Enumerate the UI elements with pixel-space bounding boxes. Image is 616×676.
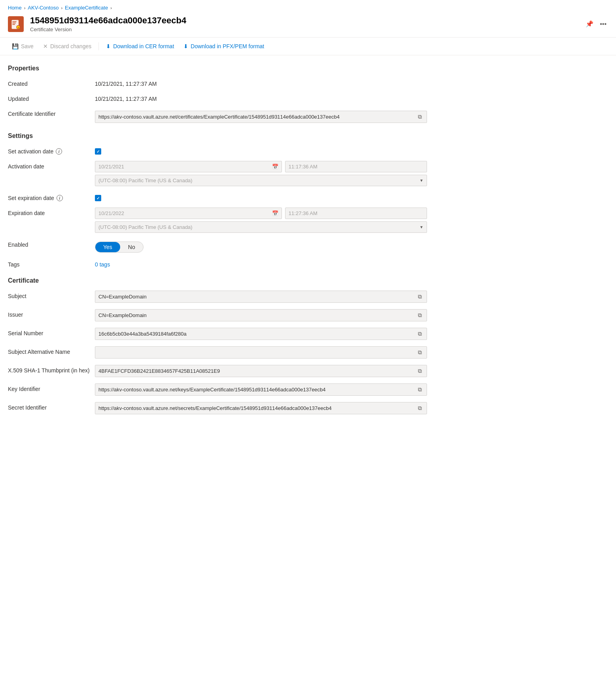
secret-id-text: https://akv-contoso.vault.azure.net/secr… <box>98 405 416 411</box>
activation-date-time-row: 10/21/2021 📅 11:17:36 AM <box>95 161 427 172</box>
page-header: ★ 1548951d93114e66adca000e137eecb4 Certi… <box>0 14 616 37</box>
set-expiration-date-label: Set expiration date i <box>8 193 95 201</box>
discard-icon: ✕ <box>43 43 48 49</box>
activation-timezone-dropdown[interactable]: (UTC-08:00) Pacific Time (US & Canada) ▼ <box>95 175 427 186</box>
cert-id-copy-button[interactable]: ⧉ <box>416 113 423 120</box>
activation-checkbox-container: ✓ <box>95 148 427 155</box>
set-expiration-info-icon[interactable]: i <box>57 195 63 201</box>
enabled-no-option[interactable]: No <box>120 242 143 252</box>
activation-timezone-text: (UTC-08:00) Pacific Time (US & Canada) <box>98 177 419 183</box>
activation-time-input[interactable]: 11:17:36 AM <box>285 161 427 172</box>
tags-row: Tags 0 tags <box>8 259 427 268</box>
set-activation-info-icon[interactable]: i <box>56 148 62 155</box>
set-activation-date-row: Set activation date i ✓ <box>8 146 427 155</box>
page-title: 1548951d93114e66adca000e137eecb4 <box>30 15 578 26</box>
breadcrumb-chevron-3: › <box>110 6 112 10</box>
issuer-label: Issuer <box>8 309 95 318</box>
expiration-date-input[interactable]: 10/21/2022 📅 <box>95 208 282 219</box>
svg-rect-3 <box>12 24 15 25</box>
subject-copy-button[interactable]: ⧉ <box>416 293 423 300</box>
checkbox-check-icon: ✓ <box>96 149 100 154</box>
activation-date-row: Activation date 10/21/2021 📅 11:17:36 AM… <box>8 161 427 186</box>
secret-id-copy-button[interactable]: ⧉ <box>416 405 423 412</box>
download-pfx-button[interactable]: ⬇ Download in PFX/PEM format <box>180 41 268 52</box>
issuer-copy-button[interactable]: ⧉ <box>416 312 423 319</box>
expiration-timezone-dropdown[interactable]: (UTC-08:00) Pacific Time (US & Canada) ▼ <box>95 221 427 233</box>
save-icon: 💾 <box>12 43 19 49</box>
download-pfx-icon: ⬇ <box>183 43 188 49</box>
key-id-copy-button[interactable]: ⧉ <box>416 386 423 393</box>
expiration-timezone-text: (UTC-08:00) Pacific Time (US & Canada) <box>98 224 419 230</box>
expiration-date-text: 10/21/2022 <box>98 210 124 216</box>
set-expiration-checkbox-area: ✓ <box>95 193 427 201</box>
expiration-date-checkbox[interactable]: ✓ <box>95 195 101 201</box>
created-field-row: Created 10/21/2021, 11:27:37 AM <box>8 78 427 87</box>
enabled-row: Enabled Yes No <box>8 239 427 253</box>
settings-section-title: Settings <box>8 132 427 140</box>
key-id-label: Key Identifier <box>8 383 95 392</box>
pin-icon[interactable]: 📌 <box>584 19 595 29</box>
subject-label: Subject <box>8 291 95 299</box>
thumbprint-label: X.509 SHA-1 Thumbprint (in hex) <box>8 365 95 374</box>
breadcrumb-chevron-2: › <box>61 6 62 10</box>
set-expiration-date-row: Set expiration date i ✓ <box>8 193 427 201</box>
tags-value: 0 tags <box>95 259 427 268</box>
issuer-row: Issuer CN=ExampleDomain ⧉ <box>8 309 427 321</box>
download-cer-button[interactable]: ⬇ Download in CER format <box>102 41 178 52</box>
activation-date-checkbox[interactable]: ✓ <box>95 148 101 155</box>
header-action-icons: 📌 ••• <box>584 19 608 29</box>
cert-id-field-row: Certificate Identifier https://akv-conto… <box>8 108 427 123</box>
toolbar: 💾 Save ✕ Discard changes ⬇ Download in C… <box>0 37 616 55</box>
san-row: Subject Alternative Name ⧉ <box>8 346 427 359</box>
thumbprint-copy-button[interactable]: ⧉ <box>416 368 423 374</box>
serial-text: 16c6b5cb03e44a3ba5439184fa6f280a <box>98 331 416 337</box>
breadcrumb-home[interactable]: Home <box>8 5 22 11</box>
main-content: Properties Created 10/21/2021, 11:27:37 … <box>0 55 435 430</box>
page-subtitle: Certificate Version <box>30 26 578 32</box>
calendar-icon-expiration: 📅 <box>272 210 278 216</box>
activation-date-text: 10/21/2021 <box>98 164 124 170</box>
cert-id-label: Certificate Identifier <box>8 108 95 117</box>
breadcrumb-cert[interactable]: ExampleCertificate <box>65 5 108 11</box>
issuer-text: CN=ExampleDomain <box>98 312 416 318</box>
tags-label: Tags <box>8 259 95 268</box>
activation-date-input[interactable]: 10/21/2021 📅 <box>95 161 282 172</box>
thumbprint-input: 4BFAE1FCFD36B2421E8834657F425B11A08521E9… <box>95 365 427 377</box>
san-field: ⧉ <box>95 346 427 359</box>
cert-id-value: https://akv-contoso.vault.azure.net/cert… <box>95 108 427 123</box>
san-copy-button[interactable]: ⧉ <box>416 349 423 356</box>
serial-field: 16c6b5cb03e44a3ba5439184fa6f280a ⧉ <box>95 328 427 340</box>
tags-link[interactable]: 0 tags <box>95 261 110 268</box>
key-id-input: https://akv-contoso.vault.azure.net/keys… <box>95 383 427 396</box>
subject-text: CN=ExampleDomain <box>98 294 416 300</box>
secret-id-label: Secret Identifier <box>8 402 95 411</box>
secret-id-row: Secret Identifier https://akv-contoso.va… <box>8 402 427 414</box>
discard-button[interactable]: ✕ Discard changes <box>39 41 95 52</box>
download-cer-icon: ⬇ <box>106 43 111 49</box>
updated-label: Updated <box>8 93 95 102</box>
save-button[interactable]: 💾 Save <box>8 41 38 52</box>
serial-copy-button[interactable]: ⧉ <box>416 330 423 337</box>
set-activation-checkbox-area: ✓ <box>95 146 427 155</box>
secret-id-input: https://akv-contoso.vault.azure.net/secr… <box>95 402 427 414</box>
expiration-date-time-row: 10/21/2022 📅 11:27:36 AM <box>95 208 427 219</box>
secret-id-field: https://akv-contoso.vault.azure.net/secr… <box>95 402 427 414</box>
san-input: ⧉ <box>95 346 427 359</box>
cert-icon: ★ <box>8 16 24 32</box>
expiration-time-input[interactable]: 11:27:36 AM <box>285 208 427 219</box>
calendar-icon-activation: 📅 <box>272 164 278 170</box>
key-id-row: Key Identifier https://akv-contoso.vault… <box>8 383 427 396</box>
enabled-toggle: Yes No <box>95 239 427 253</box>
enabled-yes-option[interactable]: Yes <box>95 242 120 252</box>
activation-timezone-arrow-icon: ▼ <box>419 178 423 183</box>
issuer-field: CN=ExampleDomain ⧉ <box>95 309 427 321</box>
expiration-timezone-arrow-icon: ▼ <box>419 225 423 229</box>
key-id-text: https://akv-contoso.vault.azure.net/keys… <box>98 387 416 393</box>
breadcrumb-vault[interactable]: AKV-Contoso <box>28 5 59 11</box>
thumbprint-field: 4BFAE1FCFD36B2421E8834657F425B11A08521E9… <box>95 365 427 377</box>
enabled-label: Enabled <box>8 239 95 248</box>
subject-input: CN=ExampleDomain ⧉ <box>95 291 427 303</box>
serial-label: Serial Number <box>8 328 95 336</box>
more-icon[interactable]: ••• <box>598 19 608 29</box>
activation-date-field-label: Activation date <box>8 161 95 170</box>
